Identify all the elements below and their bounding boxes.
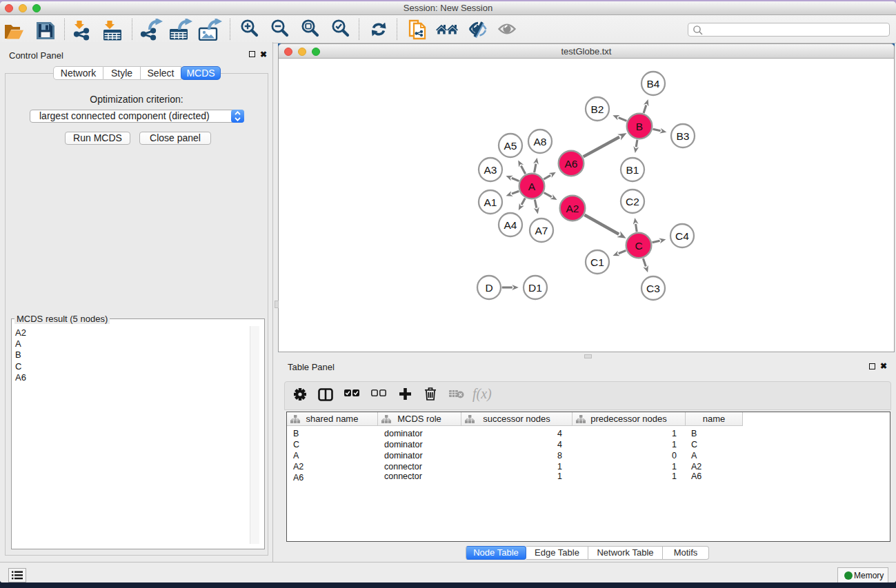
svg-text:A: A <box>528 181 536 192</box>
svg-text:B3: B3 <box>677 130 690 142</box>
svg-text:B: B <box>636 121 643 132</box>
svg-text:B2: B2 <box>591 103 604 115</box>
svg-text:A6: A6 <box>565 158 578 170</box>
svg-text:C2: C2 <box>626 196 639 207</box>
svg-text:B1: B1 <box>626 164 639 176</box>
svg-text:A4: A4 <box>504 219 517 231</box>
svg-text:A7: A7 <box>535 225 548 236</box>
svg-text:A2: A2 <box>566 203 579 214</box>
svg-text:A1: A1 <box>484 196 497 208</box>
svg-text:B4: B4 <box>647 78 660 90</box>
svg-text:C1: C1 <box>590 256 604 268</box>
svg-text:A8: A8 <box>534 136 547 148</box>
svg-text:C4: C4 <box>675 230 689 242</box>
svg-text:C3: C3 <box>646 283 660 294</box>
svg-text:A3: A3 <box>484 164 497 176</box>
svg-text:D1: D1 <box>528 282 542 294</box>
svg-text:C: C <box>635 240 642 252</box>
svg-text:D: D <box>485 282 492 294</box>
svg-text:A5: A5 <box>504 140 517 152</box>
